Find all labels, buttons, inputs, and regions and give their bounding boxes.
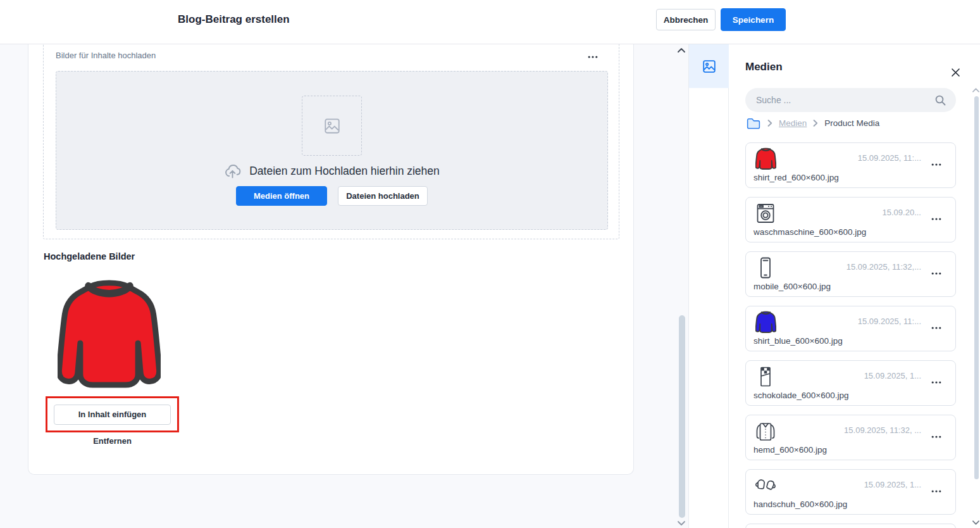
- media-filename: schokolade_600×600.jpg: [754, 391, 849, 400]
- media-date: 15.09.2025, 11:...: [858, 317, 921, 326]
- ellipsis-icon[interactable]: [929, 433, 944, 441]
- image-placeholder-icon: [323, 116, 342, 135]
- media-filename: shirt_red_600×600.jpg: [754, 173, 839, 182]
- close-icon[interactable]: [950, 66, 961, 78]
- save-button[interactable]: Speichern: [721, 8, 786, 31]
- gloves-icon: [754, 473, 778, 498]
- dropzone-text: Dateien zum Hochladen hierhin ziehen: [249, 165, 440, 178]
- cancel-button[interactable]: Abbrechen: [656, 9, 716, 30]
- ellipsis-icon[interactable]: [929, 379, 944, 386]
- ellipsis-icon[interactable]: [929, 324, 944, 332]
- folder-icon[interactable]: [745, 115, 761, 131]
- media-date: 15.09.2025, 1...: [864, 371, 921, 380]
- media-filename: mobile_600×600.jpg: [754, 282, 831, 291]
- ellipsis-icon[interactable]: [585, 53, 600, 61]
- main-scrollbar-thumb[interactable]: [679, 315, 685, 518]
- media-card[interactable]: 15.09.2025, 1... schokolade_600×600.jpg: [745, 360, 956, 406]
- dress-shirt-icon: [754, 418, 778, 444]
- media-date: 15.09.20...: [883, 208, 921, 217]
- shirt-red-icon: [754, 146, 778, 172]
- scroll-down-icon[interactable]: [971, 518, 980, 527]
- top-bar: Blog-Beitrag erstellen Abbrechen Speiche…: [0, 0, 980, 44]
- blog-images-card: Bilder für Inhalte hochladen: [28, 44, 634, 475]
- breadcrumb-current: Product Media: [824, 118, 879, 128]
- media-panel-tab[interactable]: [689, 44, 729, 88]
- ellipsis-icon[interactable]: [929, 215, 944, 223]
- media-date: 15.09.2025, 11:...: [858, 153, 921, 163]
- media-card[interactable]: 15.09.2025, 1... handschuh_600×600.jpg: [745, 469, 956, 515]
- open-media-button[interactable]: Medien öffnen: [236, 186, 327, 206]
- media-card[interactable]: 15.09.20... waschmaschine_600×600.jpg: [745, 197, 956, 242]
- smartphone-icon: [754, 255, 778, 280]
- insert-into-content-button[interactable]: In Inhalt einfügen: [54, 405, 171, 425]
- remove-image-link[interactable]: Entfernen: [46, 436, 179, 446]
- uploaded-red-shirt-image: [58, 277, 161, 393]
- ellipsis-icon[interactable]: [929, 487, 944, 495]
- chevron-right-icon: [767, 120, 772, 127]
- blog-post-editor: Blog-Beitrag erstellen Abbrechen Speiche…: [0, 0, 980, 528]
- media-date: 15.09.2025, 1...: [864, 480, 921, 489]
- media-card[interactable]: 15.09.2025, 11:32,... mobile_600×600.jpg: [745, 251, 956, 297]
- media-panel: Medien Medien Product Media 15.09.2025, …: [729, 44, 980, 528]
- dropzone-hint-row: Dateien zum Hochladen hierhin ziehen: [56, 163, 607, 180]
- cloud-upload-icon: [224, 163, 241, 180]
- washing-machine-icon: [754, 201, 778, 226]
- media-card[interactable]: 15.09.2025, 11:... shirt_red_600×600.jpg: [745, 142, 956, 188]
- shirt-blue-icon: [754, 310, 778, 335]
- breadcrumb-root-link[interactable]: Medien: [779, 118, 807, 128]
- media-date: 15.09.2025, 11:32, ...: [844, 425, 921, 435]
- dropzone-buttons: Medien öffnen Dateien hochladen: [56, 186, 607, 206]
- scroll-up-icon[interactable]: [677, 46, 686, 54]
- sidebar-icon-strip: [688, 44, 729, 528]
- scroll-up-icon[interactable]: [971, 85, 980, 94]
- image-icon: [702, 59, 717, 74]
- upload-files-button[interactable]: Dateien hochladen: [338, 186, 428, 206]
- search-input[interactable]: [745, 88, 956, 112]
- file-dropzone[interactable]: Dateien zum Hochladen hierhin ziehen Med…: [56, 71, 608, 230]
- media-filename: waschmaschine_600×600.jpg: [754, 227, 866, 237]
- media-filename: handschuh_600×600.jpg: [754, 500, 847, 509]
- media-card[interactable]: 15.09.2025, 11:... shirt_blue_600×600.jp…: [745, 306, 956, 351]
- sidebar-scrollbar-thumb[interactable]: [974, 96, 979, 479]
- upload-field-label: Bilder für Inhalte hochladen: [56, 51, 156, 60]
- media-panel-title: Medien: [745, 61, 783, 73]
- media-card[interactable]: 15.09.2025, 11:32, ... hemd_600×600.jpg: [745, 415, 956, 460]
- ellipsis-icon[interactable]: [929, 161, 944, 168]
- media-date: 15.09.2025, 11:32,...: [847, 262, 921, 272]
- ellipsis-icon[interactable]: [929, 270, 944, 277]
- breadcrumb: Medien Product Media: [745, 115, 879, 132]
- scroll-down-icon[interactable]: [677, 519, 686, 527]
- media-card-partial[interactable]: [745, 524, 956, 528]
- chocolate-bar-icon: [754, 364, 778, 389]
- chevron-right-icon: [813, 120, 818, 127]
- page-title: Blog-Beitrag erstellen: [178, 13, 290, 26]
- media-filename: hemd_600×600.jpg: [754, 445, 827, 455]
- search-icon[interactable]: [934, 94, 946, 106]
- insert-button-highlight: In Inhalt einfügen: [46, 396, 179, 432]
- uploaded-images-heading: Hochgeladene Bilder: [44, 251, 135, 261]
- media-filename: shirt_blue_600×600.jpg: [754, 336, 843, 346]
- image-preview-placeholder: [302, 96, 362, 156]
- media-search: [745, 88, 956, 112]
